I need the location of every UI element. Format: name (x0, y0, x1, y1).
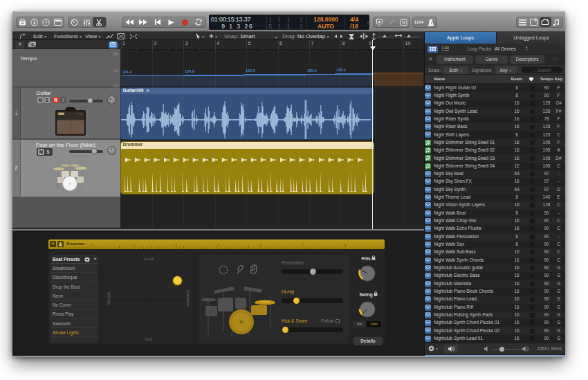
svg-text:S: S (402, 20, 405, 25)
svg-text:?: ? (45, 20, 48, 25)
